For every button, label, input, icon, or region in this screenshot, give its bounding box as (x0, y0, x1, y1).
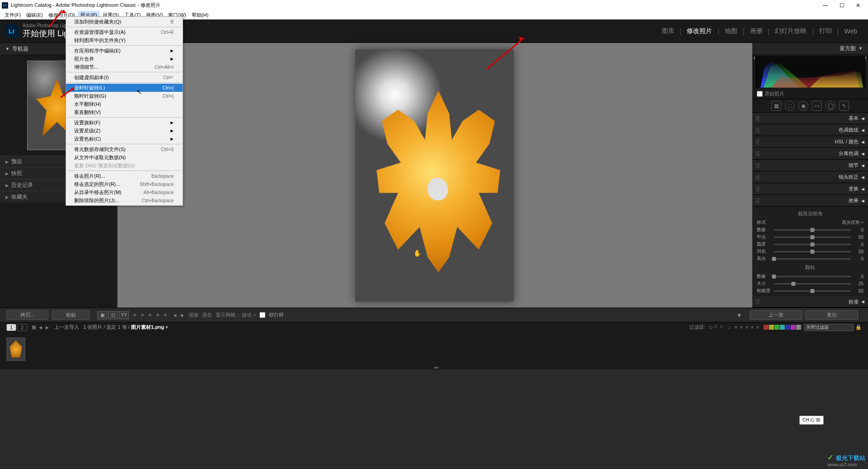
section-calibration[interactable]: 校准◀ (752, 296, 868, 308)
menu-help[interactable]: 帮助(H) (189, 11, 211, 19)
section-4[interactable]: 细节◀ (752, 160, 868, 171)
screen-1[interactable]: 1 (6, 324, 16, 331)
filter-label: 过滤器: (689, 324, 705, 331)
section-2[interactable]: HSL / 颜色◀ (752, 136, 868, 148)
section-7[interactable]: 效果◀ (752, 195, 868, 207)
annotation-arrow-icon (71, 87, 74, 91)
view-loupe-icon[interactable]: ▣ (97, 311, 107, 319)
paste-button[interactable]: 粘贴 (52, 310, 90, 320)
slider-row[interactable]: 高光0 (757, 255, 863, 262)
menu-file[interactable]: 文件(F) (2, 11, 24, 19)
view-compare-icon[interactable]: ◫ (108, 311, 118, 319)
section-0[interactable]: 基本◀ (752, 113, 868, 124)
flag-filter-icon[interactable]: ◇ ⚐ ⚐ (709, 324, 724, 330)
effect-panel: 裁剪后暗角样式高光优先 ÷数量0中点50圆度0羽化50高光0颗粒数量0大小25粗… (752, 207, 868, 296)
hand-cursor-icon: ✋ (413, 249, 422, 257)
breadcrumb[interactable]: 上一次导入 1 张照片 / 选定 1 张 / 图片素材1.png ▾ (54, 324, 168, 331)
spot-tool-icon[interactable]: ◌ (785, 101, 795, 111)
menu-item[interactable]: 照片合并▶ (66, 55, 183, 63)
histogram-header[interactable]: 直方图▼ (752, 43, 868, 55)
close-button[interactable]: ✕ (850, 0, 866, 10)
screen-2[interactable]: 2 (17, 324, 27, 331)
menu-item[interactable]: 从目录中移去照片(M)Alt+Backspace (66, 188, 183, 196)
forward-icon[interactable]: ► (45, 325, 50, 330)
slider-row[interactable]: 粗糙度50 (757, 287, 863, 294)
menu-item[interactable]: 移去照片(R)...Backspace (66, 172, 183, 180)
redeye-tool-icon[interactable]: ◉ (798, 101, 808, 111)
lock-icon[interactable]: 🔒 (855, 324, 862, 330)
window-titlebar: Lr Lightroom Catalog - Adobe Photoshop L… (0, 0, 868, 10)
prev-button[interactable]: 上一张 (750, 310, 802, 320)
menu-item[interactable]: 移去选定的照片(R)...Shift+Backspace (66, 180, 183, 188)
canvas[interactable]: ✋ (117, 43, 752, 308)
menu-edit[interactable]: 编辑(E) (24, 11, 46, 19)
grid-view-icon[interactable]: ▦ (32, 324, 36, 330)
slider-row[interactable]: 大小25 (757, 280, 863, 287)
menu-item[interactable]: 在资源管理器中显示(A)Ctrl+R (66, 28, 183, 36)
view-before-after-icon[interactable]: YY (119, 311, 129, 319)
mouse-cursor-icon: ↖ (137, 88, 142, 95)
original-photo-row[interactable]: 原始照片 (752, 89, 868, 99)
menu-item[interactable]: 设置星级(Z)▶ (66, 127, 183, 135)
menu-item[interactable]: 垂直翻转(V) (66, 108, 183, 116)
menu-item[interactable]: 在应用程序中编辑(E)▶ (66, 47, 183, 55)
menu-item[interactable]: 顺时针旋转(G)Ctrl+] (66, 92, 183, 100)
copy-button[interactable]: 拷贝... (6, 310, 48, 320)
menu-item[interactable]: 增强细节...Ctrl+Alt+I (66, 63, 183, 71)
module-web[interactable]: Web (839, 28, 863, 35)
rating-filter[interactable]: ≥ ★★★★★ (728, 324, 761, 330)
ime-badge[interactable]: CH 心 简 (799, 416, 824, 425)
prev-photo-icon[interactable]: ◄ (172, 313, 177, 318)
softproof-checkbox[interactable] (259, 312, 265, 318)
section-3[interactable]: 分离色调◀ (752, 148, 868, 160)
chevron-left-icon: ◀ (861, 299, 864, 304)
crop-tool-icon[interactable]: ▦ (771, 101, 781, 111)
menu-item[interactable]: 水平翻转(H) (66, 100, 183, 108)
module-book[interactable]: 画册 (745, 27, 768, 35)
toolbar-menu-icon[interactable]: ▼ (736, 312, 742, 319)
gradient-tool-icon[interactable]: ▭ (812, 101, 822, 111)
menu-item[interactable]: 将元数据存储到文件(S)Ctrl+S (66, 145, 183, 153)
module-library[interactable]: 图库 (656, 27, 680, 35)
section-5[interactable]: 镜头校正◀ (752, 171, 868, 183)
slider-row[interactable]: 中点50 (757, 233, 863, 241)
filmstrip-thumbnail[interactable] (6, 337, 25, 361)
menu-item[interactable]: 创建虚拟副本(I)Ctrl+' (66, 73, 183, 81)
menu-item[interactable]: 设置旗标(F)▶ (66, 118, 183, 127)
brush-tool-icon[interactable]: ✎ (839, 101, 849, 111)
back-icon[interactable]: ◄ (38, 325, 43, 330)
section-6[interactable]: 变换◀ (752, 183, 868, 195)
slider-row[interactable]: 圆度0 (757, 241, 863, 248)
menu-item[interactable]: 从文件中读取元数据(N) (66, 153, 183, 161)
app-icon: Lr (2, 2, 8, 9)
auto-select[interactable]: 自动 ÷ (242, 312, 256, 318)
slider-row[interactable]: 数量0 (757, 226, 863, 233)
module-print[interactable]: 打印 (814, 27, 837, 35)
next-photo-icon[interactable]: ► (180, 313, 185, 318)
original-checkbox[interactable] (757, 91, 763, 97)
histogram[interactable]: ◤ ◥ (752, 55, 868, 89)
menu-item[interactable]: 删除排除的照片(J)...Ctrl+Backspace (66, 196, 183, 204)
menu-item[interactable]: 设置色标(C)▶ (66, 135, 183, 143)
minimize-button[interactable]: — (817, 0, 834, 10)
slider-row[interactable]: 羽化50 (757, 248, 863, 255)
module-map[interactable]: 地图 (719, 27, 743, 35)
filmstrip-scroll[interactable] (0, 366, 868, 370)
section-1[interactable]: 色调曲线◀ (752, 124, 868, 136)
reset-button[interactable]: 复位 (805, 310, 858, 320)
rating-stars[interactable]: ★ ★ ★ ★ ★ (132, 312, 169, 318)
menu-item[interactable]: 添加到快捷收藏夹(Q)B (66, 18, 183, 26)
color-filter[interactable] (764, 325, 801, 330)
fit-label[interactable]: 适合 (202, 312, 212, 318)
menu-item[interactable]: 转到图库中的文件夹(Y) (66, 36, 183, 44)
module-develop[interactable]: 修改照片 (681, 27, 717, 35)
filter-input[interactable] (804, 324, 854, 331)
maximize-button[interactable]: ☐ (834, 0, 850, 10)
menu-item[interactable]: 逆时针旋转(L)Ctrl+[ (66, 84, 183, 92)
photo-preview[interactable]: ✋ (355, 49, 514, 302)
chevron-down-icon: ▼ (859, 46, 863, 51)
module-slideshow[interactable]: 幻灯片放映 (769, 27, 812, 35)
filmstrip[interactable] (0, 332, 868, 366)
slider-row[interactable]: 数量0 (757, 273, 863, 280)
radial-tool-icon[interactable]: ◯ (826, 101, 835, 111)
